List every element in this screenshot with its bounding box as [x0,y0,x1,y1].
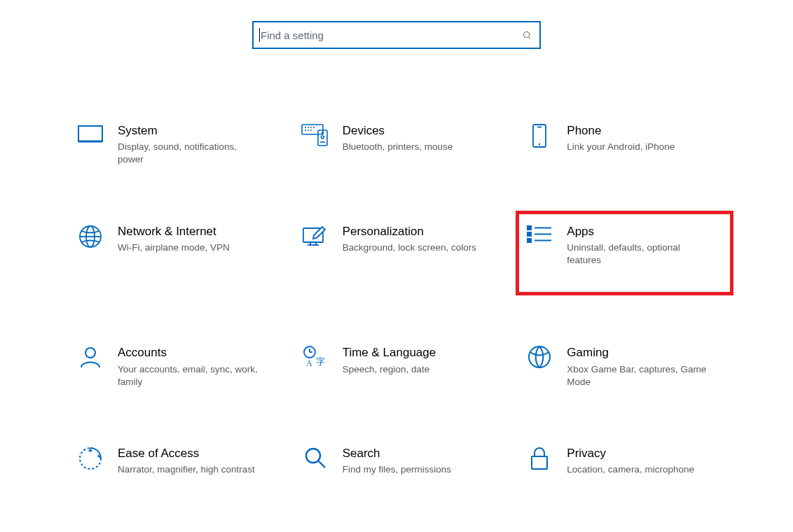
search-category-icon [298,446,333,470]
tile-accounts[interactable]: Accounts Your accounts, email, sync, wor… [70,341,281,393]
tile-desc: Link your Android, iPhone [567,141,675,153]
search-box[interactable] [252,21,541,49]
svg-text:A: A [306,358,312,368]
svg-rect-4 [302,125,323,134]
tile-title: Search [343,446,451,461]
tile-personalization[interactable]: Personalization Background, lock screen,… [295,220,506,293]
tile-privacy[interactable]: Privacy Location, camera, microphone [519,442,730,480]
svg-rect-41 [532,456,547,469]
tile-update-security[interactable]: Update & Security Windows Update, recove… [70,530,281,532]
phone-icon [522,123,557,148]
search-container [0,21,793,49]
tile-desc: Wi-Fi, airplane mode, VPN [118,241,230,254]
apps-icon [522,224,557,245]
search-input[interactable] [259,29,521,42]
tile-desc: Xbox Game Bar, captures, Game Mode [567,363,713,388]
tile-apps[interactable]: Apps Uninstall, defaults, optional featu… [519,214,730,293]
svg-rect-27 [527,232,531,236]
text-caret [259,28,260,42]
svg-point-32 [85,348,95,358]
tile-time-language[interactable]: A 字 Time & Language Speech, region, date [295,341,506,393]
tile-desc: Narrator, magnifier, high contrast [118,463,255,476]
search-icon [521,29,532,41]
tile-desc: Background, lock screen, colors [343,241,476,254]
tile-title: Privacy [567,446,694,461]
tile-desc: Display, sound, notifications, power [118,141,264,166]
tile-title: Devices [343,123,453,138]
network-icon [73,224,108,249]
svg-rect-28 [527,239,531,242]
settings-page: System Display, sound, notifications, po… [0,0,793,532]
system-icon [73,123,108,144]
tile-desc: Bluetooth, printers, mouse [343,141,453,153]
tile-title: Apps [567,224,713,239]
empty-cell [295,530,506,532]
personalization-icon [298,224,333,248]
gaming-icon [522,345,557,369]
tile-network[interactable]: Network & Internet Wi-Fi, airplane mode,… [70,220,281,293]
svg-rect-2 [78,126,102,141]
time-language-icon: A 字 [298,345,333,369]
svg-point-39 [306,449,320,463]
tile-ease-of-access[interactable]: Ease of Access Narrator, magnifier, high… [70,442,281,480]
accounts-icon [73,345,108,369]
svg-rect-26 [527,226,531,230]
empty-cell [519,530,730,532]
svg-line-40 [319,461,325,468]
tile-title: System [118,123,264,138]
privacy-icon [522,446,557,471]
svg-point-14 [322,132,323,134]
devices-icon [298,123,333,147]
tile-desc: Your accounts, email, sync, work, family [118,363,264,388]
tile-desc: Uninstall, defaults, optional features [567,241,713,267]
tile-phone[interactable]: Phone Link your Android, iPhone [519,119,730,171]
svg-text:字: 字 [316,356,325,367]
svg-line-1 [528,36,530,38]
tile-search[interactable]: Search Find my files, permissions [295,442,506,480]
tile-title: Ease of Access [118,446,255,461]
tile-title: Network & Internet [118,224,230,239]
tile-title: Accounts [118,345,264,360]
tile-desc: Location, camera, microphone [567,463,694,476]
tile-desc: Find my files, permissions [343,463,451,476]
svg-point-13 [321,136,324,139]
tile-title: Time & Language [343,345,436,360]
tile-title: Personalization [343,224,476,239]
tile-devices[interactable]: Devices Bluetooth, printers, mouse [295,119,506,171]
tile-system[interactable]: System Display, sound, notifications, po… [70,119,281,171]
tile-desc: Speech, region, date [343,363,436,376]
tile-title: Gaming [567,345,713,360]
svg-point-38 [529,346,550,368]
tile-gaming[interactable]: Gaming Xbox Game Bar, captures, Game Mod… [519,341,730,393]
settings-grid: System Display, sound, notifications, po… [0,119,793,532]
ease-of-access-icon [73,446,108,471]
svg-point-0 [523,31,529,37]
tile-title: Phone [567,123,675,138]
